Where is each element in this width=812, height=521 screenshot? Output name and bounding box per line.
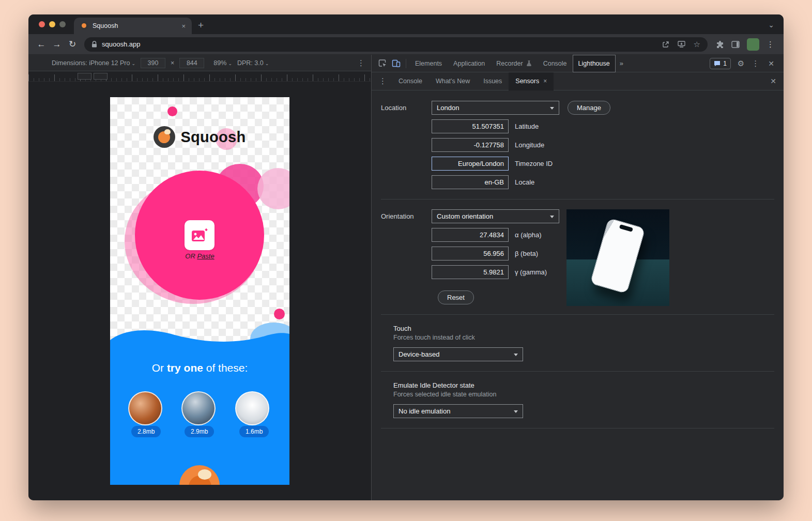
reset-button[interactable]: Reset xyxy=(438,290,474,304)
sample-image-panda[interactable] xyxy=(128,391,162,425)
tab-console[interactable]: Console xyxy=(538,55,573,72)
or-label: OR xyxy=(185,252,197,260)
more-tabs-icon[interactable]: » xyxy=(616,59,627,67)
device-select[interactable]: Dimensions: iPhone 12 Pro⌄ xyxy=(52,59,135,67)
drawer-tab-issues[interactable]: Issues xyxy=(477,72,509,90)
viewport-width-input[interactable]: 390 xyxy=(141,58,165,68)
traffic-lights xyxy=(28,21,74,34)
caret-down-icon: ⌄ xyxy=(265,61,269,66)
bookmark-star-icon[interactable]: ☆ xyxy=(694,40,700,49)
dpr-select[interactable]: DPR: 3.0⌄ xyxy=(237,59,269,67)
locale-input[interactable] xyxy=(432,175,509,189)
forward-button[interactable]: → xyxy=(49,37,65,52)
back-button[interactable]: ← xyxy=(34,37,49,52)
reload-button[interactable]: ↻ xyxy=(65,37,80,52)
device-emulation-pane: Dimensions: iPhone 12 Pro⌄ 390 × 844 89%… xyxy=(28,55,371,500)
drawer-tab-sensors[interactable]: Sensors × xyxy=(509,72,554,90)
orientation-phone-preview[interactable] xyxy=(566,209,669,306)
horizontal-ruler xyxy=(28,71,371,82)
issues-counter-button[interactable]: 1 xyxy=(710,58,731,69)
message-bubble-icon xyxy=(714,60,721,67)
orientation-label: Orientation xyxy=(381,209,432,304)
or-paste-text: OR Paste xyxy=(110,252,289,260)
settings-gear-icon[interactable]: ⚙ xyxy=(734,59,748,68)
gamma-input[interactable] xyxy=(432,265,509,279)
tab-elements[interactable]: Elements xyxy=(409,55,448,72)
drawer-tabbar: ⋮ Console What's New Issues Sensors × ✕ xyxy=(372,72,784,90)
locale-label: Locale xyxy=(515,178,534,186)
devtools-main-tabbar: Elements Application Recorder Console Li… xyxy=(372,55,784,72)
sample-size-badge: 2.8mb xyxy=(131,426,161,437)
tab-application[interactable]: Application xyxy=(448,55,491,72)
browser-menu-icon[interactable]: ⋮ xyxy=(767,40,774,49)
sample-image-screenshot[interactable] xyxy=(235,391,269,425)
timezone-input[interactable] xyxy=(432,157,509,171)
location-select[interactable]: London xyxy=(432,101,559,115)
image-upload-button[interactable] xyxy=(185,220,215,250)
drawer-tab-console[interactable]: Console xyxy=(392,72,429,90)
squoosh-brand-text: Squoosh xyxy=(180,129,246,146)
touch-select[interactable]: Device-based xyxy=(393,347,523,361)
minimize-window-button[interactable] xyxy=(49,21,55,27)
sample-size-badge: 1.6mb xyxy=(239,426,269,437)
touch-subtitle: Forces touch instead of click xyxy=(393,334,774,341)
longitude-label: Longitude xyxy=(515,141,544,149)
sensors-panel: Location London Manage Latitude Longit xyxy=(372,90,784,500)
close-devtools-icon[interactable]: ✕ xyxy=(763,59,779,68)
caret-down-icon: ⌄ xyxy=(131,61,135,66)
viewport-height-input[interactable]: 844 xyxy=(179,58,204,68)
touch-section: Touch Forces touch instead of click Devi… xyxy=(393,325,774,361)
device-toolbar-toggle-icon[interactable] xyxy=(389,57,403,70)
new-tab-button[interactable]: + xyxy=(192,20,204,34)
timezone-label: Timezone ID xyxy=(515,160,553,167)
sample-section: Or try one of these: 2.8mb 2.9mb 1.6mb xyxy=(110,325,289,485)
squoosh-mascot-icon xyxy=(154,126,175,148)
tab-lighthouse[interactable]: Lighthouse xyxy=(573,55,616,72)
latitude-input[interactable] xyxy=(432,119,509,133)
browser-tab[interactable]: Squoosh × xyxy=(74,18,192,34)
profile-avatar[interactable] xyxy=(747,38,759,51)
install-app-icon[interactable] xyxy=(678,41,685,48)
alpha-input[interactable] xyxy=(432,228,509,242)
squoosh-logo: Squoosh xyxy=(110,126,289,148)
devtools-menu-icon[interactable]: ⋮ xyxy=(748,59,763,68)
zoom-window-button[interactable] xyxy=(59,21,66,27)
paste-link[interactable]: Paste xyxy=(197,252,214,260)
address-bar[interactable]: squoosh.app ☆ xyxy=(84,37,708,52)
extensions-puzzle-icon[interactable] xyxy=(716,40,724,49)
inspect-element-icon[interactable] xyxy=(376,57,389,70)
lock-icon xyxy=(91,41,97,48)
close-sensors-tab-icon[interactable]: × xyxy=(543,78,547,85)
sample-image-person[interactable] xyxy=(181,391,216,425)
open-in-new-icon[interactable] xyxy=(662,41,669,48)
tab-search-icon[interactable]: ⌄ xyxy=(768,21,784,34)
idle-select[interactable]: No idle emulation xyxy=(393,404,523,418)
section-divider xyxy=(381,314,774,315)
idle-section: Emulate Idle Detector state Forces selec… xyxy=(393,381,774,418)
pink-dot-decoration xyxy=(167,106,177,116)
longitude-input[interactable] xyxy=(432,138,509,152)
latitude-label: Latitude xyxy=(515,122,539,130)
manage-button[interactable]: Manage xyxy=(568,101,610,115)
close-window-button[interactable] xyxy=(39,21,45,27)
side-panel-icon[interactable] xyxy=(731,41,740,48)
close-drawer-icon[interactable]: ✕ xyxy=(765,77,782,85)
browser-toolbar: ← → ↻ squoosh.app ☆ xyxy=(28,34,784,55)
tab-close-icon[interactable]: × xyxy=(181,22,186,30)
section-divider xyxy=(381,371,774,372)
alpha-label: α (alpha) xyxy=(515,231,542,239)
tab-recorder[interactable]: Recorder xyxy=(491,55,537,72)
orientation-select[interactable]: Custom orientation xyxy=(432,209,559,223)
drawer-tab-whats-new[interactable]: What's New xyxy=(429,72,477,90)
wave-decoration xyxy=(110,325,289,348)
zoom-select[interactable]: 89%⌄ xyxy=(213,59,232,67)
squoosh-favicon-icon xyxy=(80,22,88,30)
ruler-corner-box xyxy=(78,73,91,80)
location-label: Location xyxy=(381,101,432,189)
dimensions-times: × xyxy=(171,59,174,67)
drawer-menu-icon[interactable]: ⋮ xyxy=(374,76,392,86)
beta-input[interactable] xyxy=(432,247,509,260)
device-toolbar-menu-icon[interactable]: ⋮ xyxy=(357,58,365,68)
caret-down-icon: ⌄ xyxy=(228,61,232,66)
tab-title: Squoosh xyxy=(93,22,177,29)
